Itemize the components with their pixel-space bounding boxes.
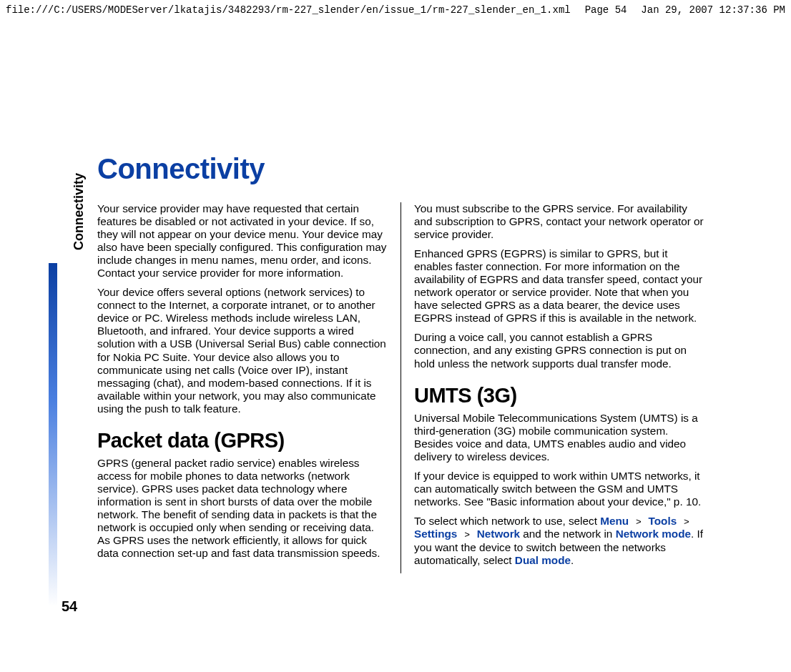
sidebar-gradient bbox=[49, 263, 57, 606]
paragraph: Your service provider may have requested… bbox=[97, 202, 388, 280]
setting-network-mode: Network mode bbox=[616, 528, 691, 540]
paragraph: GPRS (general packet radio service) enab… bbox=[97, 457, 388, 560]
section-heading-umts: UMTS (3G) bbox=[414, 383, 704, 407]
page-title: Connectivity bbox=[97, 153, 768, 185]
paragraph: During a voice call, you cannot establis… bbox=[414, 331, 704, 370]
section-heading-gprs: Packet data (GPRS) bbox=[97, 428, 388, 453]
print-header: file:///C:/USERS/MODEServer/lkatajis/348… bbox=[0, 0, 791, 19]
column-left: Your service provider may have requested… bbox=[97, 202, 388, 573]
chevron-right-icon: > bbox=[629, 517, 648, 528]
paragraph: Enhanced GPRS (EGPRS) is similar to GPRS… bbox=[414, 247, 704, 325]
content: Connectivity Your service provider may h… bbox=[60, 153, 768, 573]
paragraph: Universal Mobile Telecommunications Syst… bbox=[414, 412, 704, 463]
menu-path-menu: Menu bbox=[600, 515, 629, 527]
text-fragment: To select which network to use, select bbox=[414, 515, 600, 527]
setting-dual-mode: Dual mode bbox=[515, 554, 571, 566]
paragraph-nav: To select which network to use, select M… bbox=[414, 515, 704, 567]
menu-path-tools: Tools bbox=[649, 515, 677, 527]
text-fragment: and the network in bbox=[520, 528, 616, 540]
columns: Your service provider may have requested… bbox=[97, 202, 768, 573]
chevron-right-icon: > bbox=[677, 517, 691, 528]
page-number: 54 bbox=[62, 598, 77, 615]
menu-path-network: Network bbox=[477, 528, 520, 540]
menu-path-settings: Settings bbox=[414, 528, 457, 540]
text-fragment: . bbox=[571, 554, 574, 566]
chevron-right-icon: > bbox=[457, 530, 476, 540]
header-timestamp: Jan 29, 2007 12:37:36 PM bbox=[641, 4, 785, 16]
header-filepath: file:///C:/USERS/MODEServer/lkatajis/348… bbox=[6, 4, 571, 16]
paragraph: You must subscribe to the GPRS service. … bbox=[414, 202, 704, 241]
column-right: You must subscribe to the GPRS service. … bbox=[401, 202, 704, 573]
header-page-label: Page 54 bbox=[585, 4, 627, 16]
paragraph: Your device offers several options (netw… bbox=[97, 286, 388, 415]
document-page: file:///C:/USERS/MODEServer/lkatajis/348… bbox=[0, 0, 791, 672]
paragraph: If your device is equipped to work withi… bbox=[414, 470, 704, 508]
